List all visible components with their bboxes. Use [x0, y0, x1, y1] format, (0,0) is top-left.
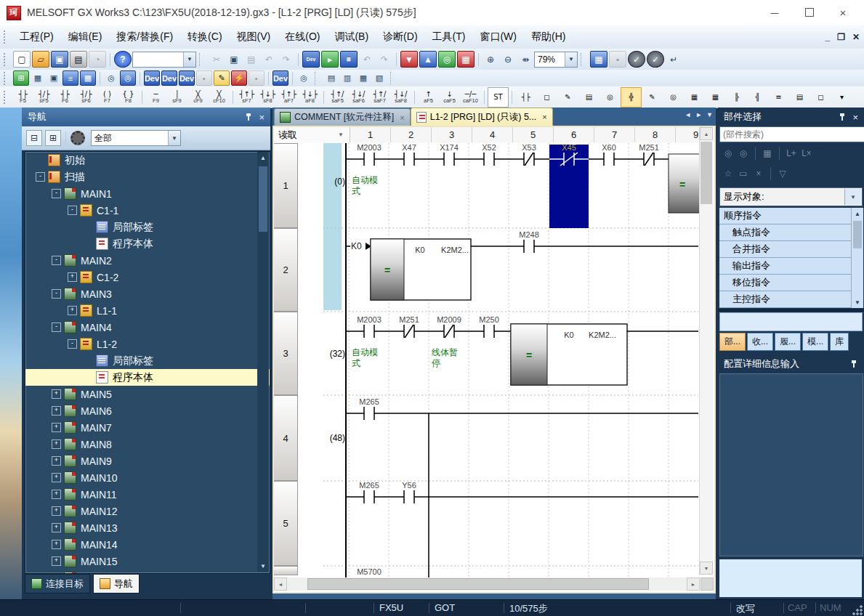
open-project-button-icon[interactable]: ▱	[32, 51, 49, 68]
zoom-out-button-icon[interactable]: ⊖	[500, 52, 516, 67]
minimize-button[interactable]: ─	[758, 0, 791, 25]
collapse-icon[interactable]: -	[52, 256, 61, 265]
menu-帮助(H)[interactable]: 帮助(H)	[524, 26, 573, 48]
expand-icon[interactable]: +	[52, 523, 61, 532]
settings-gear-icon[interactable]	[70, 131, 85, 145]
find-replace-button-icon[interactable]: ◎	[120, 70, 136, 86]
scroll-thumb[interactable]	[853, 221, 862, 248]
tree-item-MAIN7[interactable]: +MAIN7	[25, 419, 270, 436]
monitor-watch-button-icon[interactable]: ▦	[457, 51, 475, 68]
part-search-input[interactable]	[719, 126, 864, 142]
ladder-symbol-caF5-button[interactable]: ↓caF5	[439, 87, 460, 108]
tree-item-MAIN10[interactable]: +MAIN10	[25, 469, 270, 486]
tree-item-初始[interactable]: 初始	[25, 152, 270, 169]
close-icon[interactable]: ×	[852, 113, 858, 122]
toolbar-grip[interactable]	[4, 31, 9, 44]
tree-item-程序本体[interactable]: 程序本体	[25, 235, 270, 252]
scroll-left-icon[interactable]: ◄	[274, 578, 287, 591]
fit-width-button-icon[interactable]: ⇻	[517, 52, 533, 67]
menu-工程(P)[interactable]: 工程(P)	[12, 26, 61, 48]
rung-number[interactable]	[274, 566, 298, 575]
tree-item-C1-2[interactable]: +C1-2	[25, 269, 270, 285]
ladder-symbol-F9-button[interactable]: ─F9	[145, 87, 166, 108]
ladder-symbol-tool28-button[interactable]: ┤├	[515, 87, 536, 108]
ladder-symbol-saF7-button[interactable]: ┤↑/saF7	[369, 87, 390, 108]
gray1-button-icon[interactable]: ▪	[196, 70, 212, 86]
menu-窗口(W)[interactable]: 窗口(W)	[472, 26, 524, 48]
tree-item-MAIN12[interactable]: +MAIN12	[25, 503, 270, 519]
ladder-symbol-saF6-button[interactable]: ┤↓/saF6	[348, 87, 369, 108]
tree-scrollbar[interactable]: ▲ ▼	[257, 152, 269, 572]
scroll-thumb[interactable]	[259, 166, 267, 232]
module-config-button-icon[interactable]: ▦	[31, 71, 45, 85]
expand-icon[interactable]: +	[52, 473, 61, 482]
verify-button-icon[interactable]: ◎	[438, 51, 456, 68]
undo-button-icon[interactable]: ↶	[261, 52, 277, 67]
part-tab-履...[interactable]: 履...	[775, 333, 801, 351]
chip-button-icon[interactable]: ▣	[47, 71, 61, 85]
scroll-down-icon[interactable]: ▼	[257, 560, 269, 572]
close-icon[interactable]: ×	[542, 113, 546, 121]
close-icon[interactable]: ×	[400, 113, 404, 122]
tree-item-MAIN5[interactable]: +MAIN5	[25, 386, 270, 402]
ladder-symbol-cF10-button[interactable]: ╳cF10	[209, 87, 230, 108]
copy-button-icon[interactable]: ▣	[226, 52, 242, 67]
collapse-icon[interactable]: -	[52, 189, 61, 198]
write-redo-button-icon[interactable]: ↷	[376, 52, 392, 67]
mode-select[interactable]: 读取 ▼	[274, 127, 350, 142]
ladder-symbol-tool41-button[interactable]: ▤	[789, 87, 810, 108]
tree-item-MAIN4[interactable]: -MAIN4	[25, 319, 270, 336]
tree-item-局部标签[interactable]: 局部标签	[25, 352, 270, 369]
edit-mode-button-icon[interactable]: ✎	[214, 70, 230, 86]
scroll-thumb[interactable]	[307, 578, 649, 590]
tree-item-MAIN15[interactable]: +MAIN15	[25, 553, 270, 570]
close-button[interactable]: ×	[826, 0, 860, 25]
ladder-symbol-F7-button[interactable]: ( )F7	[97, 87, 118, 108]
expand-icon[interactable]: +	[52, 439, 61, 449]
ladder-symbol-aF7-button[interactable]: ┤↑├aF7	[278, 87, 299, 108]
dev-monitor-button-icon[interactable]: Dev	[272, 70, 288, 86]
tree-item-MAIN6[interactable]: +MAIN6	[25, 402, 270, 419]
monitor-stop-button-icon[interactable]: ⊞	[340, 51, 358, 68]
help-button-icon[interactable]: ?	[114, 51, 132, 68]
mdi-minimize-button[interactable]: _	[825, 32, 830, 42]
ladder-symbol-saF8-button[interactable]: ┤↓/saF8	[390, 87, 411, 108]
menu-工具(T)[interactable]: 工具(T)	[425, 26, 473, 48]
expand-icon[interactable]: +	[52, 406, 61, 416]
ladder-symbol-tool34-button[interactable]: ✎	[642, 87, 663, 108]
ladder-symbol-sF6-button[interactable]: ┤/├sF6	[76, 87, 97, 108]
quick-find-combo[interactable]: ▼	[132, 52, 196, 68]
collapse-icon[interactable]: -	[52, 323, 61, 332]
ladder-symbol-F6-button[interactable]: ┤├F6	[54, 87, 76, 108]
scroll-thumb[interactable]	[701, 142, 712, 204]
expand-icon[interactable]: +	[52, 456, 61, 466]
print-preview-button-icon[interactable]: ◔	[89, 51, 106, 68]
tree-item-局部标签[interactable]: 局部标签	[25, 219, 270, 235]
tree-filter-select[interactable]: 全部 ▼	[91, 130, 181, 146]
ladder-symbol-F5-button[interactable]: ┤├F5	[12, 87, 33, 108]
ladder-symbol-tool38-button[interactable]: ╠	[726, 87, 747, 108]
monitor-window-button-icon[interactable]: ▦	[590, 51, 607, 68]
rung-number[interactable]: 1	[274, 143, 298, 228]
favorite-star-icon[interactable]: ☆	[722, 168, 735, 179]
project-tree-button-icon[interactable]: ⊞	[13, 70, 29, 86]
ladder-symbol-tool32-button[interactable]: ◎	[599, 87, 621, 108]
tree-item-MAIN1[interactable]: -MAIN1	[25, 185, 270, 202]
ladder-symbol-sF9-button[interactable]: │sF9	[166, 87, 187, 108]
ladder-symbol-tool35-button[interactable]: ◎	[663, 87, 684, 108]
ladder-symbol-F8-button[interactable]: { }F8	[118, 87, 139, 108]
panel-divider[interactable]	[718, 309, 864, 312]
tree-item-MAIN3[interactable]: -MAIN3	[25, 285, 270, 302]
expand-icon[interactable]: +	[52, 556, 61, 566]
expand-icon[interactable]: +	[68, 272, 77, 282]
device-list-button-icon[interactable]: ▦	[80, 70, 96, 86]
cut-button-icon[interactable]: ✂	[209, 52, 225, 67]
scroll-right-icon[interactable]: ►	[687, 578, 700, 591]
ladder-symbol-aF5-button[interactable]: ↑aF5	[418, 87, 439, 108]
delete-icon[interactable]: ×	[752, 168, 765, 179]
ladder-symbol-tool42-button[interactable]: ◻	[810, 87, 831, 108]
menu-搜索/替换(F)[interactable]: 搜索/替换(F)	[109, 26, 180, 48]
check-program-button-icon[interactable]: ✓	[628, 51, 645, 68]
scroll-up-icon[interactable]: ▲	[700, 127, 713, 140]
rung-number[interactable]: 4	[274, 395, 298, 481]
